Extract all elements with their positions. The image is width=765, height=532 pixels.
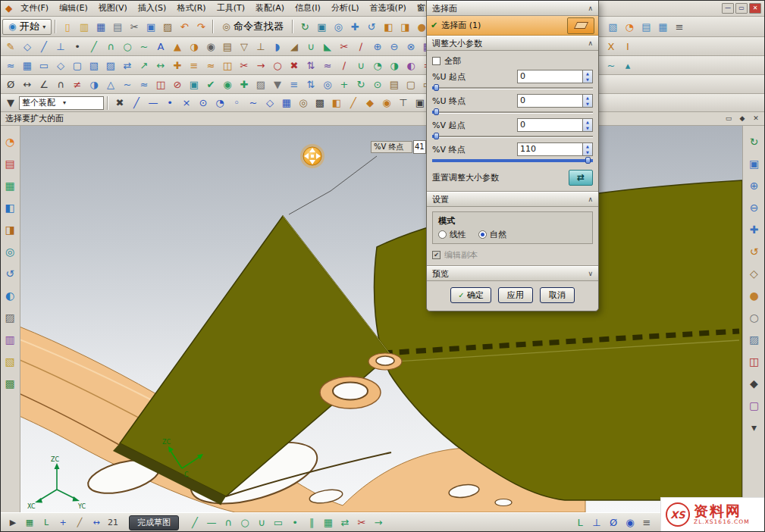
menu-preferences[interactable]: 首选项(P) xyxy=(365,2,412,14)
spinner-buttons[interactable]: ▲ ▼ xyxy=(582,70,592,83)
refresh-view-icon[interactable]: ↻ xyxy=(746,133,763,150)
window-cascade-icon[interactable]: ▤ xyxy=(638,19,654,34)
roles-icon[interactable]: ◔ xyxy=(621,19,638,34)
match-edge-icon[interactable]: ≈ xyxy=(319,58,336,73)
intersection-point-icon[interactable]: × xyxy=(178,95,195,111)
n-sided-surface-icon[interactable]: ◇ xyxy=(52,58,69,73)
i-form-icon[interactable]: I xyxy=(619,39,636,54)
circle-icon[interactable]: ○ xyxy=(119,39,136,54)
select-face-button[interactable] xyxy=(567,17,594,34)
quadrant-point-icon[interactable]: ◔ xyxy=(212,95,228,111)
reuse-library-icon[interactable]: ◨ xyxy=(2,221,18,238)
menu-tools[interactable]: 工具(T) xyxy=(212,2,250,14)
extrude-icon[interactable]: ▲ xyxy=(169,39,186,54)
bounded-plane-icon[interactable]: ▢ xyxy=(69,58,86,73)
open-icon[interactable]: ▥ xyxy=(76,19,92,34)
zoom-icon[interactable]: ◎ xyxy=(330,19,346,34)
spinner-buttons[interactable]: ▲ ▼ xyxy=(582,143,592,155)
toolbar-options-icon[interactable]: ≡ xyxy=(638,515,655,530)
heal-geometry-icon[interactable]: ✚ xyxy=(236,77,252,92)
enlarge-face-icon[interactable]: ✚ xyxy=(169,58,186,73)
graphics-window[interactable]: ZC XC YC ZC C xyxy=(0,126,765,512)
spin-down-icon[interactable]: ▼ xyxy=(583,149,592,155)
refresh-icon[interactable]: ↻ xyxy=(296,19,313,34)
select-all-icon[interactable]: ▩ xyxy=(312,95,328,111)
layer-visibility-icon[interactable]: ◎ xyxy=(319,77,336,92)
studio-surface-icon[interactable]: ▨ xyxy=(102,58,119,73)
menu-format[interactable]: 格式(R) xyxy=(171,2,211,14)
circle-tool-icon[interactable]: ○ xyxy=(237,515,253,530)
transition-surface-icon[interactable]: ⇄ xyxy=(119,58,136,73)
spinner-buttons[interactable]: ▲ ▼ xyxy=(582,95,592,107)
wave-link-icon[interactable]: ~ xyxy=(603,58,619,73)
line-tool-icon[interactable]: — xyxy=(203,515,220,530)
midsurface-icon[interactable]: ◫ xyxy=(219,58,236,73)
selection-scope-dropdown[interactable]: 整个装配 ▾ xyxy=(19,96,104,110)
section-header-preview[interactable]: 预览 ∨ xyxy=(427,266,598,281)
param-spinbox[interactable]: 0 ▲ ▼ xyxy=(517,94,593,108)
rotate-view-icon[interactable]: ↺ xyxy=(363,19,380,34)
fillet-surface-icon[interactable]: ∪ xyxy=(353,58,369,73)
snapshot-view-icon[interactable]: ▢ xyxy=(746,397,763,414)
trimetric-view-icon[interactable]: ◧ xyxy=(380,19,397,34)
param-spinbox[interactable]: 0 ▲ ▼ xyxy=(517,70,593,83)
styled-blend-icon[interactable]: ◑ xyxy=(386,58,403,73)
all-checkbox[interactable]: 全部 xyxy=(432,54,593,67)
snip-surface-icon[interactable]: ∕ xyxy=(336,58,353,73)
distance-icon[interactable]: ↔ xyxy=(19,77,36,92)
point-on-face-icon[interactable]: ◇ xyxy=(262,95,278,111)
spin-down-icon[interactable]: ▼ xyxy=(583,101,592,107)
four-point-surface-icon[interactable]: ▧ xyxy=(86,58,102,73)
hole-icon[interactable]: ◉ xyxy=(202,39,219,54)
prompt-close-icon[interactable]: ✕ xyxy=(749,113,763,124)
face-blend-icon[interactable]: ◔ xyxy=(369,58,386,73)
pattern-curve-icon[interactable]: ▦ xyxy=(320,515,337,530)
unite-icon[interactable]: ⊕ xyxy=(369,39,386,54)
fillet-tool-icon[interactable]: ∪ xyxy=(253,515,270,530)
promote-body-icon[interactable]: ▴ xyxy=(619,58,636,73)
spin-up-icon[interactable]: ▲ xyxy=(583,119,592,125)
dynamic-section-icon[interactable]: ⊘ xyxy=(169,77,186,92)
curvature-graph-icon[interactable]: ~ xyxy=(119,77,136,92)
point-snap-icon[interactable]: + xyxy=(55,515,71,530)
wireframe-mode-icon[interactable]: ○ xyxy=(746,309,763,326)
menu-analysis[interactable]: 分析(L) xyxy=(326,2,365,14)
mode-radio[interactable]: 自然 xyxy=(478,229,506,240)
spin-up-icon[interactable]: ▲ xyxy=(583,95,592,101)
section-analysis-icon[interactable]: ◫ xyxy=(152,77,169,92)
reset-resize-button[interactable]: ⇄ xyxy=(569,170,593,186)
slider-thumb[interactable] xyxy=(434,84,439,91)
shaded-mode-icon[interactable]: ● xyxy=(746,287,763,304)
grid-icon[interactable]: ▦ xyxy=(21,515,38,530)
slider-thumb[interactable] xyxy=(434,108,439,115)
zoom-out-icon[interactable]: ⊖ xyxy=(746,199,763,216)
split-body-icon[interactable]: ∕ xyxy=(353,39,369,54)
assembly-navigator-icon[interactable]: ▤ xyxy=(2,155,18,172)
spin-down-icon[interactable]: ▼ xyxy=(583,77,592,83)
move-to-layer-icon[interactable]: ⇅ xyxy=(303,77,319,92)
command-finder-button[interactable]: ◎ 命令查找器 xyxy=(217,19,289,35)
quick-extend-icon[interactable]: → xyxy=(370,515,387,530)
section-view-icon[interactable]: ◫ xyxy=(746,353,763,370)
materials-icon[interactable]: ▨ xyxy=(2,309,18,326)
section-header-settings[interactable]: 设置 ∧ xyxy=(427,192,598,207)
cut-icon[interactable]: ✂ xyxy=(126,19,143,34)
offset-curve-icon[interactable]: ∥ xyxy=(303,515,320,530)
notes-icon[interactable]: ▧ xyxy=(2,353,18,370)
param-spinbox[interactable]: 110 ▲ ▼ xyxy=(517,142,593,156)
top-selection-icon[interactable]: ⊤ xyxy=(395,95,412,111)
web-browser-icon[interactable]: ◐ xyxy=(2,287,18,304)
edit-copy-checkbox[interactable]: ✔ 编辑副本 xyxy=(432,248,593,261)
process-studio-icon[interactable]: ▥ xyxy=(2,331,18,348)
point-on-curve-icon[interactable]: ~ xyxy=(245,95,262,111)
make-corner-icon[interactable]: L xyxy=(572,515,588,530)
select-tool-icon[interactable]: ▶ xyxy=(5,515,21,530)
save-icon[interactable]: ▦ xyxy=(92,19,109,34)
bounded-grid-icon[interactable]: ▦ xyxy=(278,95,295,111)
rotate-orbit-icon[interactable]: ↺ xyxy=(746,243,763,260)
deviation-gauge-icon[interactable]: ≠ xyxy=(69,77,86,92)
perspective-icon[interactable]: ◇ xyxy=(746,265,763,282)
studio-spline-icon[interactable]: ~ xyxy=(136,39,152,54)
rib-icon[interactable]: ⊥ xyxy=(252,39,269,54)
param-slider[interactable] xyxy=(432,84,593,91)
